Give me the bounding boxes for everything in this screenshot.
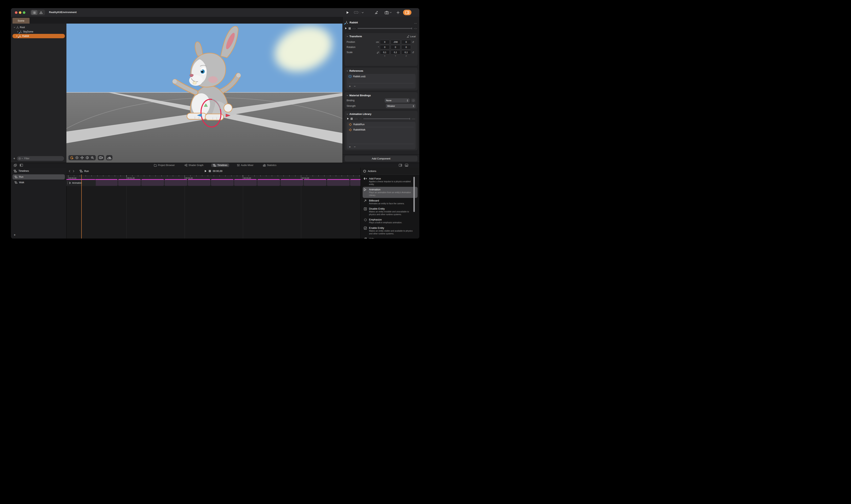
filter-input[interactable] xyxy=(24,157,63,160)
rotation-z-field[interactable]: 0 xyxy=(401,45,411,49)
minimize-button[interactable] xyxy=(19,11,21,14)
goto-binding-button[interactable] xyxy=(411,98,416,103)
more-menu-button[interactable]: … xyxy=(414,21,417,24)
animation-clip[interactable] xyxy=(281,179,303,186)
animation-clip[interactable] xyxy=(350,179,361,186)
action-enable-entity[interactable]: Enable EntityMakes an entity visible and… xyxy=(363,225,418,236)
chevron-down-icon[interactable] xyxy=(347,95,348,96)
play-scene-button[interactable] xyxy=(345,10,350,15)
action-disable-entity[interactable]: Disable EntityMakes an entity invisible … xyxy=(363,206,418,217)
undo-icon[interactable]: ↺ xyxy=(412,41,416,43)
scale-y-field[interactable]: 0,1 xyxy=(390,50,400,54)
scale-z-field[interactable]: 0,1 xyxy=(401,50,411,54)
scale-gizmo-button[interactable] xyxy=(374,10,379,15)
bottom-panel-toggle-icon[interactable] xyxy=(405,164,408,167)
chevron-down-icon[interactable] xyxy=(347,36,348,37)
disclosure-play-icon[interactable] xyxy=(69,182,71,184)
orbit-tool-button[interactable] xyxy=(74,155,80,160)
back-chevron-icon[interactable] xyxy=(69,170,70,173)
action-hide[interactable]: HideAnimates the opacity component of an xyxy=(363,236,418,238)
play-icon[interactable] xyxy=(345,27,347,30)
tab-timelines[interactable]: Timelines xyxy=(211,163,229,167)
remove-reference-button[interactable]: − xyxy=(354,85,356,88)
animation-clip[interactable] xyxy=(234,179,257,186)
drag-handle-icon[interactable] xyxy=(67,181,68,184)
tab-project-browser[interactable]: Project Browser xyxy=(152,163,177,167)
globe-tool-button[interactable] xyxy=(85,155,90,160)
stop-icon[interactable] xyxy=(349,27,351,30)
close-button[interactable] xyxy=(15,11,17,14)
action-billboard[interactable]: BillboardAnimates an entity to face the … xyxy=(363,198,418,206)
forward-chevron-icon[interactable] xyxy=(73,170,74,173)
rotation-x-field[interactable]: 0 xyxy=(380,45,389,49)
rotation-y-field[interactable]: 0 xyxy=(390,45,400,49)
action-add-force[interactable]: Add ForceApplies a linear impulse to a p… xyxy=(363,176,418,187)
strength-dropdown[interactable]: Weaker xyxy=(386,104,416,108)
position-y-field[interactable]: -200 xyxy=(390,40,400,44)
options-dots[interactable]: ⋯ xyxy=(360,118,362,120)
zoom-tool-button[interactable] xyxy=(90,155,95,160)
timeline-item-walk[interactable]: Walk xyxy=(13,180,65,185)
timeline-item-run[interactable]: Run xyxy=(13,174,65,179)
pan-tool-button[interactable] xyxy=(80,155,85,160)
action-emphasize[interactable]: EmphasizePlays a built-in emphasis anima… xyxy=(363,217,418,225)
animation-clip-sequence[interactable] xyxy=(95,179,361,186)
track-header[interactable]: Animation xyxy=(66,180,96,186)
viewport-3d[interactable] xyxy=(66,23,343,163)
add-entity-button[interactable] xyxy=(395,10,401,15)
tree-item-root[interactable]: Root xyxy=(11,25,66,30)
position-x-field[interactable]: 0 xyxy=(380,40,389,44)
animation-clip[interactable] xyxy=(141,179,164,186)
chevron-down-icon[interactable] xyxy=(347,113,348,115)
environment-button[interactable] xyxy=(106,155,112,160)
stop-icon[interactable] xyxy=(350,118,353,120)
animation-clip[interactable] xyxy=(211,179,233,186)
filter-field[interactable] xyxy=(17,156,64,161)
snapshot-camera-button[interactable] xyxy=(383,10,393,15)
animation-item-rabbitrun[interactable]: RabbitRun xyxy=(347,122,416,127)
add-timeline-button[interactable]: + xyxy=(14,233,16,237)
outline-list-button[interactable] xyxy=(31,10,37,15)
animation-clip[interactable] xyxy=(188,179,210,186)
transform-space-toggle[interactable]: Local xyxy=(406,35,416,38)
select-tool-button[interactable] xyxy=(69,155,74,160)
binding-dropdown[interactable]: None xyxy=(385,98,410,103)
add-animation-button[interactable]: + xyxy=(349,145,351,148)
zoom-button[interactable] xyxy=(23,11,25,14)
tree-item-rabbit[interactable]: Rabbit xyxy=(13,34,65,38)
action-animation[interactable]: AnimationPlays an animation from an enti… xyxy=(363,187,418,198)
stop-icon[interactable] xyxy=(209,170,211,172)
reference-item[interactable]: Rabbit.usdz xyxy=(347,74,416,79)
animation-clip[interactable] xyxy=(257,179,280,186)
animation-clip[interactable] xyxy=(304,179,326,186)
tab-scene[interactable]: Scene xyxy=(13,18,30,23)
issues-button[interactable] xyxy=(38,10,44,15)
chevron-down-icon[interactable] xyxy=(347,70,348,72)
play-icon[interactable] xyxy=(204,170,207,173)
scale-x-field[interactable]: 0,1 xyxy=(380,50,389,54)
actions-scrollbar[interactable] xyxy=(413,177,415,212)
simulator-device-button[interactable] xyxy=(352,10,365,15)
play-icon[interactable] xyxy=(347,118,349,120)
position-z-field[interactable]: 0 xyxy=(401,40,411,44)
playback-slider[interactable] xyxy=(358,28,412,29)
animation-clip[interactable] xyxy=(118,179,141,186)
animation-item-rabbitwalk[interactable]: RabbitWalk xyxy=(347,127,416,132)
animation-clip[interactable] xyxy=(327,179,350,186)
add-component-button[interactable]: Add Component xyxy=(345,156,418,161)
timeline-ruler[interactable]: 00:00,00 00:01,00 00:02,00 00:03,00 00:0… xyxy=(66,175,361,179)
reset-camera-button[interactable] xyxy=(98,155,104,160)
tab-statistics[interactable]: Statistics xyxy=(261,163,278,167)
animation-playback-slider[interactable] xyxy=(363,118,410,119)
add-entity-sidebar-button[interactable]: + xyxy=(13,157,15,161)
right-panel-toggle-icon[interactable] xyxy=(399,164,402,167)
tab-shader-graph[interactable]: Shader Graph xyxy=(183,163,205,167)
animation-clip[interactable] xyxy=(95,179,118,186)
animation-clip[interactable] xyxy=(164,179,187,186)
add-reference-button[interactable]: + xyxy=(349,85,351,88)
tree-item-skydome[interactable]: SkyDome xyxy=(11,30,66,34)
tab-audio-mixer[interactable]: Audio Mixer xyxy=(235,163,255,167)
playhead[interactable] xyxy=(81,175,82,238)
undo-icon[interactable]: ↺ xyxy=(412,51,416,54)
link-icon[interactable] xyxy=(376,51,379,54)
